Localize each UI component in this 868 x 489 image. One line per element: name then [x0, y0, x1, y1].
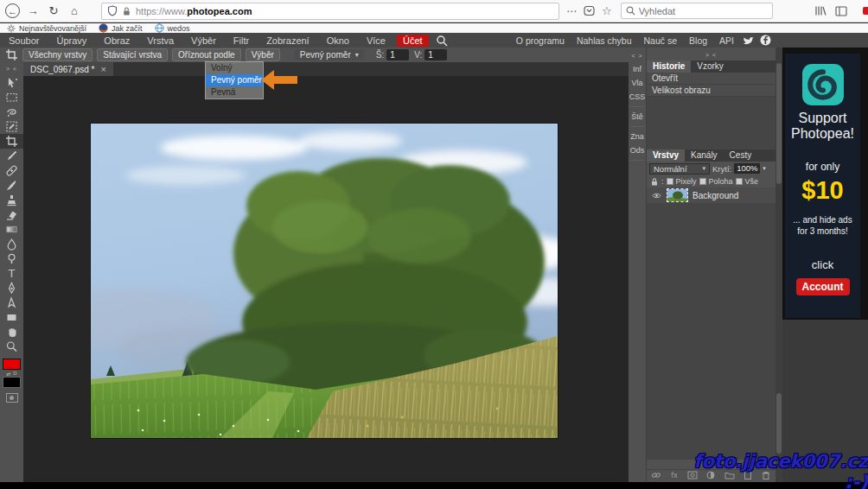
dodge-tool[interactable]: [0, 251, 23, 266]
reload-icon[interactable]: ↻: [46, 3, 61, 19]
opacity-input[interactable]: 100%: [734, 163, 760, 174]
back-icon[interactable]: ←: [5, 3, 20, 18]
menu-item-fixed-size[interactable]: Pevná velikost: [206, 86, 263, 98]
panel-tab-zna[interactable]: Zna: [629, 130, 646, 143]
menu-item-free[interactable]: Volný: [206, 62, 263, 74]
menu-file[interactable]: Soubor: [0, 35, 48, 46]
layer-thumbnail[interactable]: [667, 189, 687, 201]
page-actions-icon[interactable]: ⋯: [566, 5, 577, 17]
bookmark-most-visited[interactable]: Nejnavštěvovanější: [7, 24, 86, 33]
menu-item-fixed-ratio[interactable]: Pevný poměr: [206, 74, 263, 86]
blend-mode-select[interactable]: Normální ▾: [649, 163, 710, 175]
menu-badge-icon[interactable]: [863, 7, 868, 15]
panel-tab-info[interactable]: Inf: [629, 62, 646, 76]
shield-icon[interactable]: [107, 5, 118, 16]
lock-pixels-checkbox[interactable]: [667, 178, 673, 185]
panels-collapse-icon[interactable]: > <: [647, 48, 775, 60]
tab-layers[interactable]: Vrstvy: [647, 149, 685, 162]
link-layers-icon[interactable]: [651, 470, 661, 480]
type-tool[interactable]: T: [0, 266, 23, 281]
marquee-tool[interactable]: [0, 90, 23, 105]
tab-swatches[interactable]: Vzorky: [691, 60, 730, 73]
link-api[interactable]: API: [716, 35, 737, 46]
height-input[interactable]: 1: [424, 49, 447, 60]
path-select-tool[interactable]: [0, 295, 23, 310]
link-blog[interactable]: Blog: [686, 35, 711, 46]
history-item-open[interactable]: Otevřít: [647, 73, 775, 85]
background-color-swatch[interactable]: [3, 377, 21, 388]
bookmark-star-icon[interactable]: ☆: [602, 4, 612, 17]
visibility-eye-icon[interactable]: [651, 192, 662, 200]
crop-tool[interactable]: [0, 134, 23, 149]
document-tab[interactable]: DSC_0967.psd * ×: [23, 62, 113, 76]
panel-tab-ods[interactable]: Ods: [629, 143, 646, 157]
menu-layer[interactable]: Vrstva: [138, 35, 182, 46]
layer-row-background[interactable]: Background: [647, 187, 775, 203]
app-search-icon[interactable]: [436, 35, 448, 47]
link-learn[interactable]: Nauč se: [641, 35, 681, 46]
account-button[interactable]: Account: [796, 278, 850, 295]
tab-paths[interactable]: Cesty: [724, 149, 758, 162]
lock-all-checkbox[interactable]: [736, 178, 743, 185]
menu-view[interactable]: Zobrazení: [258, 35, 318, 46]
tab-history[interactable]: Historie: [647, 60, 691, 73]
panel-tab-vla[interactable]: Vla: [629, 76, 646, 90]
crop-current-layer-button[interactable]: Stávající vrstva: [97, 48, 168, 61]
pocket-icon[interactable]: [584, 5, 595, 16]
healing-brush-tool[interactable]: [0, 163, 23, 178]
url-bar[interactable]: https://www. photopea.com: [101, 3, 559, 20]
close-icon[interactable]: ×: [101, 64, 106, 74]
bookmark-wedos[interactable]: wedos: [155, 23, 190, 33]
forward-icon[interactable]: →: [25, 3, 41, 19]
default-colors-icon[interactable]: D: [13, 371, 16, 376]
home-icon[interactable]: ⌂: [67, 3, 82, 19]
support-ad[interactable]: Support Photopea! for only $10 ... and h…: [785, 54, 860, 318]
lock-position-checkbox[interactable]: [699, 178, 706, 185]
clone-stamp-tool[interactable]: [0, 193, 23, 207]
bookmark-get-started[interactable]: Jak začít: [99, 23, 143, 33]
search-input[interactable]: [639, 6, 751, 16]
menu-edit[interactable]: Úpravy: [48, 35, 95, 46]
lasso-tool[interactable]: [0, 105, 23, 119]
crop-by-button[interactable]: Oříznout podle: [172, 48, 241, 61]
quick-mask-button[interactable]: [6, 393, 18, 403]
shape-tool[interactable]: [0, 310, 23, 325]
history-item-image-size[interactable]: Velikost obrazu: [647, 85, 775, 97]
swap-colors-icon[interactable]: ⇄: [6, 371, 10, 377]
eyedropper-tool[interactable]: [0, 149, 23, 163]
strip-collapse-icon[interactable]: < >: [629, 48, 646, 62]
menu-more[interactable]: Více: [358, 35, 394, 46]
link-report-bug[interactable]: Nahlas chybu: [573, 35, 635, 46]
crop-all-layers-button[interactable]: Všechny vrstvy: [22, 48, 93, 61]
lock-icon[interactable]: [650, 177, 659, 187]
chevron-down-icon[interactable]: ▾: [763, 165, 766, 172]
facebook-icon[interactable]: [760, 35, 771, 46]
panel-scrollbar[interactable]: [775, 48, 782, 482]
gradient-tool[interactable]: [0, 222, 23, 237]
panel-tab-css[interactable]: CSS: [629, 90, 646, 104]
scrollbar-thumb[interactable]: [776, 393, 782, 454]
width-input[interactable]: 1: [386, 49, 409, 60]
blur-tool[interactable]: [0, 237, 23, 251]
crop-selection-button[interactable]: Výběr: [246, 48, 280, 61]
pen-tool[interactable]: [0, 281, 23, 295]
quick-select-tool[interactable]: [0, 119, 23, 134]
menu-image[interactable]: Obraz: [95, 35, 138, 46]
hand-tool[interactable]: [0, 325, 23, 340]
eraser-tool[interactable]: [0, 207, 23, 222]
panel-tab-ste[interactable]: Ště: [629, 110, 646, 124]
library-icon[interactable]: [814, 5, 827, 16]
move-tool[interactable]: [0, 75, 23, 90]
menu-select[interactable]: Výběr: [182, 35, 225, 46]
toolbar-collapse-icon[interactable]: > <: [6, 62, 17, 75]
sidebar-icon[interactable]: [835, 6, 847, 16]
scrollbar-thumb[interactable]: [776, 63, 782, 184]
brush-tool[interactable]: [0, 178, 23, 193]
swap-colors[interactable]: ⇄ D: [6, 370, 16, 377]
tab-channels[interactable]: Kanály: [685, 149, 724, 162]
account-menu-button[interactable]: Účet: [397, 35, 429, 47]
crop-ratio-dropdown[interactable]: Pevný poměr ▾: [295, 49, 364, 60]
zoom-tool[interactable]: [0, 340, 23, 354]
link-about[interactable]: O programu: [513, 35, 568, 46]
menu-filter[interactable]: Filtr: [225, 35, 258, 46]
